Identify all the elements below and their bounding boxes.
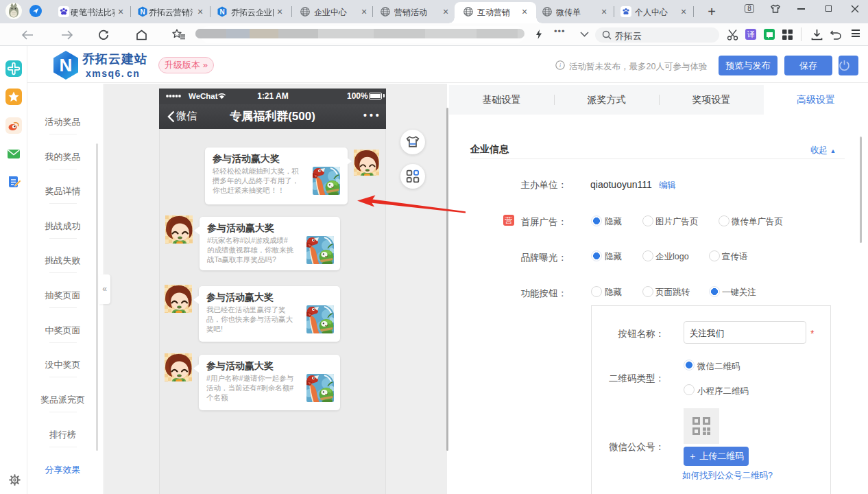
svg-text:i: i [559,62,562,69]
svg-text:N: N [140,8,145,16]
svg-text:N: N [60,55,73,75]
svg-text:N: N [219,8,224,16]
